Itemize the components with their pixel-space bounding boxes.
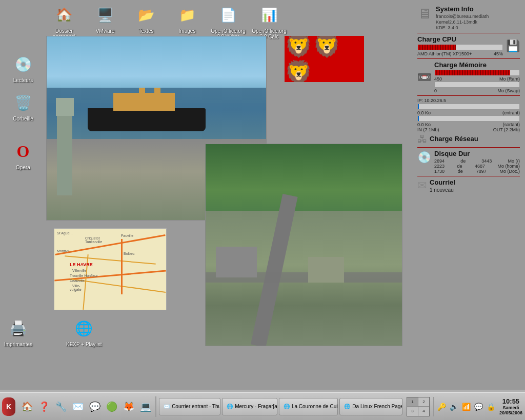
taskbar: K 🏠 ❓ 🔧 ✉️ 💬 🟢 🦊 💻 ✉️ Courrier entrant -… (0, 392, 525, 420)
mail-section-title: Courriel (430, 178, 455, 186)
imprimantes-label: Imprimantes (4, 342, 32, 347)
disk-row-3: 1730 de 7897 Mo (Doc.) (434, 169, 520, 174)
lecteurs-icon: 💿 (11, 52, 35, 76)
vd-4[interactable]: 4 (418, 407, 429, 416)
bottom-icons: 🖨️ Imprimantes 🌐 KEXP + Playlist (3, 314, 104, 349)
taskbar-help-icon[interactable]: ❓ (36, 399, 52, 414)
taskbar-msg-icon[interactable]: 💬 (87, 399, 103, 414)
system-info-user: francois@bureau.mediath (436, 14, 489, 19)
cpu-name: AMD Athlon(TM) XP1500+ (417, 51, 472, 56)
taskbar-tools-icon[interactable]: 🔧 (53, 399, 69, 414)
kexp-icon: 🌐 (72, 316, 96, 341)
icon-vmware[interactable]: 🖥️ VMware (87, 3, 123, 34)
net-out-total: OUT (2.2Mb) (493, 127, 520, 132)
clock-day: Samedi (499, 405, 522, 410)
net-in-label: (entrant) (502, 110, 520, 115)
disk-mount-3: Mo (Doc.) (499, 169, 520, 174)
lions-icon: 🦁🦁🦁 (285, 36, 364, 82)
network-section-title: Charge Réseau (430, 135, 478, 143)
cpu-bar (418, 45, 456, 50)
system-info-kde: KDE: 3.4.0 (436, 25, 489, 30)
openoffice-writer-icon: 📄 (216, 3, 240, 27)
disk-icon: 💿 (417, 151, 431, 164)
task-dalinux-icon: 🌐 (344, 404, 350, 409)
network-icon: 🖧 (417, 133, 428, 145)
taskbar-firefox-icon[interactable]: 🦊 (121, 399, 136, 414)
icon-openoffice-writer[interactable]: 📄 OpenOffice.org2.0 Writer (210, 3, 246, 39)
computer-icon: 🖥 (417, 5, 432, 22)
imprimantes-icon: 🖨️ (6, 316, 31, 341)
icon-openoffice-calc[interactable]: 📊 OpenOffice.org2.0 Calc (251, 3, 287, 39)
start-button[interactable]: K (2, 397, 15, 416)
ram-used: 450 (434, 76, 442, 82)
disk-row-2: 2223 de 4687 Mo (home) (434, 164, 520, 169)
kexp-label: KEXP + Playlist (66, 342, 102, 347)
openoffice-calc-icon: 📊 (257, 3, 281, 27)
tray-icon-5[interactable]: 🔒 (486, 401, 497, 412)
textes-label: Textes (139, 28, 154, 34)
cpu-section-title: Charge CPU (417, 35, 503, 43)
icon-lecteurs[interactable]: 💿 Lecteurs (3, 50, 44, 85)
icon-opera[interactable]: O Opera (3, 137, 44, 172)
vd-3[interactable]: 3 (407, 407, 418, 416)
taskbar-email-icon[interactable]: ✉️ (70, 399, 86, 414)
ram-label: Mo (Ram) (499, 76, 520, 82)
tray-icon-3[interactable]: 📶 (461, 401, 472, 412)
tray-icon-2[interactable]: 🔊 (449, 401, 460, 412)
disk-entries: 2694 de 3443 Mo (/) 2223 de 4687 Mo (hom… (434, 158, 520, 174)
task-couronne-label: La Couronne de Cuivre -> (292, 404, 338, 409)
taskbar-terminal-icon[interactable]: 💻 (138, 399, 153, 414)
tray-icon-1[interactable]: 🔑 (436, 401, 448, 412)
icon-corbeille[interactable]: 🗑️ Corbeille (3, 89, 44, 123)
tray-icon-4[interactable]: 💬 (473, 401, 484, 412)
clock-date: 20/05/2006 (499, 410, 522, 415)
vd-1[interactable]: 1 (407, 397, 418, 407)
opera-icon: O (11, 139, 35, 164)
memory-section-title: Charge Mémoire (434, 61, 520, 69)
corbeille-label: Corbeille (13, 116, 33, 122)
disk-total-3: 7897 (476, 169, 487, 174)
system-info-kernel: Kernel2.6.11-13mdk (436, 19, 489, 25)
corbeille-icon: 🗑️ (11, 90, 35, 115)
start-label: K (6, 403, 11, 411)
images-label: Images (179, 28, 196, 34)
system-tray: 🔑 🔊 📶 💬 🔒 (436, 401, 497, 412)
clock[interactable]: 10:55 Samedi 20/05/2006 (497, 397, 525, 415)
net-in-val: 0.0 Ko (417, 110, 431, 115)
opera-label: Opera (16, 165, 30, 170)
icon-imprimantes[interactable]: 🖨️ Imprimantes (3, 314, 34, 349)
icon-kexp[interactable]: 🌐 KEXP + Playlist (65, 314, 104, 349)
task-thunderbird[interactable]: ✉️ Courrier entrant - Thunderb (159, 398, 220, 415)
images-icon: 📁 (175, 3, 199, 27)
top-icons-row: 🏠 Dossier personnel 🖥️ VMware 📂 Textes 📁… (46, 3, 287, 39)
disk-used-2: 2223 (434, 164, 445, 169)
cpu-percent: 45% (494, 51, 503, 56)
ram-bar (435, 70, 510, 75)
disk-row-1: 2694 de 3443 Mo (/) (434, 158, 520, 164)
icon-images[interactable]: 📁 Images (169, 3, 205, 34)
vd-2[interactable]: 2 (418, 397, 429, 407)
system-info-panel: 🖥 System Info francois@bureau.mediath Ke… (417, 5, 520, 193)
mail-icon: ✉ (417, 179, 427, 192)
vmware-icon: 🖥️ (93, 3, 117, 27)
task-mercury[interactable]: 🌐 Mercury - Fragar[au taf] (222, 398, 277, 415)
tray-separator (433, 397, 434, 416)
taskbar-green-icon[interactable]: 🟢 (104, 399, 119, 414)
taskbar-home-icon[interactable]: 🏠 (19, 399, 35, 414)
icon-textes[interactable]: 📂 Textes (128, 3, 164, 34)
disk-total-2: 4687 (475, 164, 485, 169)
icon-dossier-personnel[interactable]: 🏠 Dossier personnel (46, 3, 82, 39)
lecteurs-label: Lecteurs (13, 77, 33, 83)
normandy-flag: 🦁🦁🦁 (285, 36, 364, 82)
disk-total-1: 3443 (481, 158, 492, 164)
task-mercury-icon: 🌐 (227, 404, 233, 409)
disk-used-1: 2694 (434, 158, 445, 164)
system-info-title: System Info (436, 5, 489, 13)
net-out-val: 0.0 Ko (417, 122, 431, 127)
disk-mount-1: Mo (/) (508, 158, 520, 164)
cpu-icon: 💾 (506, 39, 520, 53)
task-thunderbird-icon: ✉️ (164, 404, 170, 409)
disk-section-title: Disque Dur (434, 150, 520, 157)
task-couronne[interactable]: 🌐 La Couronne de Cuivre -> (279, 398, 338, 415)
task-dalinux[interactable]: 🌐 Da Linux French Page - M... (339, 398, 402, 415)
